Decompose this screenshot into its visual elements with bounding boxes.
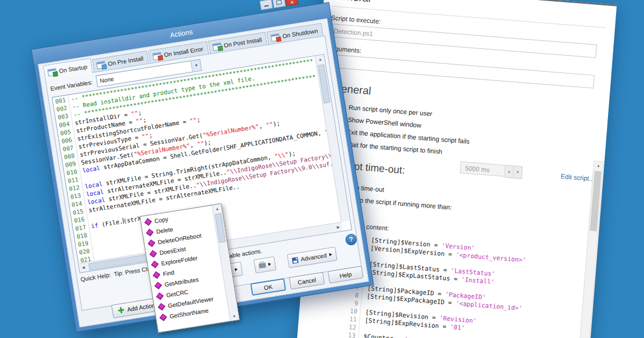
script-window-icon — [96, 61, 106, 69]
event-variables-value: None — [99, 76, 114, 84]
spin-down-icon[interactable] — [513, 166, 523, 179]
action-diamond-icon — [156, 292, 164, 300]
action-diamond-icon — [148, 239, 155, 247]
script-window-icon — [212, 42, 222, 50]
dropdown-arrow-icon — [329, 253, 332, 256]
line-number: 13 — [345, 331, 356, 338]
action-diamond-icon — [151, 261, 159, 268]
dropdown-arrow-icon — [235, 268, 238, 271]
script-content-editor[interactable]: 1234567891011121314 [String]$Version = '… — [344, 234, 597, 338]
autocomplete-item-label: GetCRC — [166, 289, 189, 298]
script-window-icon — [271, 33, 281, 41]
timeout-value-input[interactable]: 5000 ms — [460, 161, 506, 177]
autocomplete-item-label: Delete — [156, 226, 173, 235]
desktop-background: General Script to execute: Detection.ps1… — [0, 0, 644, 338]
event-variables-label: Event Variables: — [50, 79, 93, 92]
autocomplete-item-label: Find — [163, 269, 175, 277]
close-icon[interactable] — [285, 0, 298, 6]
action-diamond-icon — [149, 250, 157, 258]
code-area[interactable]: [String]$Version = 'Version'[Version]$Ex… — [358, 236, 527, 338]
scroll-up-icon[interactable] — [213, 204, 222, 213]
tab-label: On Startup — [58, 63, 87, 74]
minimize-icon[interactable] — [260, 0, 273, 10]
scroll-up-icon[interactable] — [594, 161, 603, 170]
action-diamond-icon — [144, 218, 152, 226]
action-diamond-icon — [153, 271, 160, 279]
autocomplete-item-label: Copy — [154, 216, 169, 224]
spin-up-icon[interactable] — [504, 165, 514, 178]
line-number: 9 — [347, 299, 358, 308]
scroll-right-icon[interactable] — [334, 224, 342, 230]
scroll-down-icon[interactable] — [229, 312, 239, 321]
edit-script-link[interactable]: Edit script... — [560, 173, 595, 183]
scroll-left-icon[interactable] — [79, 265, 87, 270]
add-action-icon — [118, 307, 125, 314]
line-number: 8 — [348, 291, 359, 300]
advanced-button-label: Advanced — [301, 252, 327, 263]
scroll-up-icon[interactable] — [315, 55, 325, 64]
print-button[interactable] — [253, 256, 276, 274]
line-number: 12 — [345, 323, 356, 332]
window-title: Actions — [170, 28, 193, 39]
add-action-label: Add Action — [127, 302, 156, 312]
save-icon — [292, 257, 299, 264]
quick-help-label: Quick Help: — [80, 271, 111, 283]
timeout-spinner: 5000 ms — [460, 161, 523, 179]
dropdown-arrow-icon — [268, 262, 272, 266]
printer-icon — [259, 262, 266, 268]
action-diamond-icon — [158, 303, 165, 311]
advanced-button[interactable]: Advanced — [287, 247, 338, 268]
line-number: 10 — [346, 307, 357, 316]
action-diamond-icon — [146, 229, 153, 237]
action-diamond-icon — [155, 282, 162, 289]
line-number: 11 — [346, 315, 357, 324]
action-diamond-icon — [159, 314, 167, 321]
script-window-icon — [47, 68, 57, 76]
maximize-icon[interactable] — [273, 0, 286, 8]
chevron-down-icon — [191, 60, 201, 71]
script-window-icon — [152, 52, 162, 60]
help-icon[interactable] — [345, 233, 357, 246]
actions-dialog: Actions On StartupOn Pre InstallOn Insta… — [31, 2, 374, 332]
